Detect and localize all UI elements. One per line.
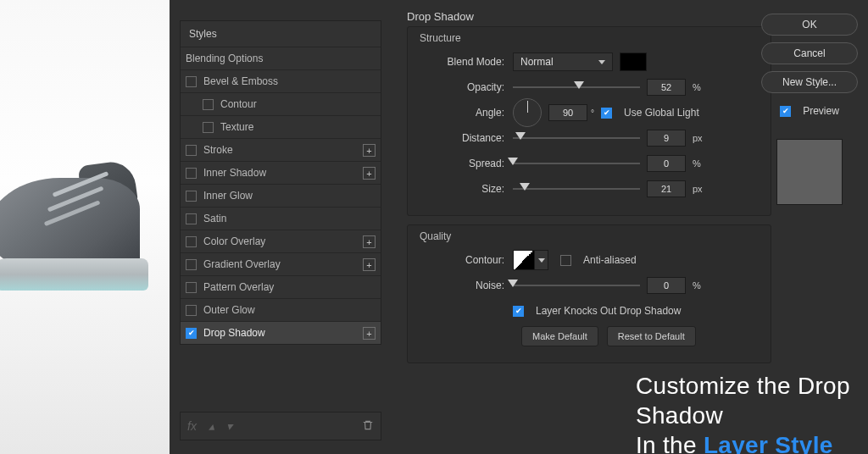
spread-input[interactable]: 0 <box>647 155 686 172</box>
arrow-up-icon[interactable]: ▴ <box>209 419 214 433</box>
add-gradient-overlay-icon[interactable]: + <box>363 258 376 271</box>
noise-label: Noise: <box>420 280 504 291</box>
quality-group: Quality Contour: Anti-aliased Noise: 0 %… <box>407 224 771 363</box>
noise-input[interactable]: 0 <box>647 277 686 294</box>
add-inner-shadow-icon[interactable]: + <box>363 167 376 180</box>
styles-footer: fx ▴ ▾ <box>180 412 381 440</box>
style-blending-options[interactable]: Blending Options <box>181 47 381 69</box>
style-satin[interactable]: Satin <box>181 207 381 230</box>
style-gradient-overlay[interactable]: Gradient Overlay+ <box>181 252 381 275</box>
add-stroke-icon[interactable]: + <box>363 144 376 157</box>
annotation-caption: Customize the Drop Shadow In the Layer S… <box>636 371 868 454</box>
preview-thumbnail <box>776 139 843 205</box>
distance-label: Distance: <box>420 132 504 144</box>
spread-slider[interactable] <box>513 154 640 173</box>
add-drop-shadow-icon[interactable]: + <box>363 327 376 340</box>
styles-header: Styles <box>181 21 381 47</box>
anti-aliased-checkbox[interactable] <box>560 255 571 266</box>
styles-list-panel: Styles Blending Options Bevel & Emboss C… <box>180 20 381 345</box>
size-label: Size: <box>420 183 504 195</box>
new-style-button[interactable]: New Style... <box>761 71 858 93</box>
angle-input[interactable]: 90 <box>548 104 587 121</box>
style-bevel-emboss[interactable]: Bevel & Emboss <box>181 69 381 92</box>
knockout-checkbox[interactable] <box>513 306 524 317</box>
preview-label: Preview <box>803 105 839 117</box>
knockout-label: Layer Knocks Out Drop Shadow <box>536 305 681 317</box>
size-slider[interactable] <box>513 180 640 198</box>
reset-default-button[interactable]: Reset to Default <box>607 326 696 346</box>
contour-thumbnail[interactable] <box>513 250 535 270</box>
style-drop-shadow[interactable]: Drop Shadow+ <box>181 321 381 344</box>
style-outer-glow[interactable]: Outer Glow <box>181 298 381 321</box>
structure-group: Structure Blend Mode: Normal Opacity: 52… <box>407 26 771 216</box>
canvas-area <box>0 0 170 454</box>
structure-legend: Structure <box>420 32 759 44</box>
arrow-down-icon[interactable]: ▾ <box>226 419 232 433</box>
opacity-slider[interactable] <box>513 78 640 97</box>
opacity-label: Opacity: <box>420 81 504 93</box>
noise-slider[interactable] <box>513 276 640 295</box>
spread-label: Spread: <box>420 158 504 169</box>
opacity-input[interactable]: 52 <box>647 79 686 96</box>
shoe-image <box>0 152 161 322</box>
dialog-buttons: OK Cancel New Style... Preview <box>761 14 858 205</box>
angle-dial[interactable] <box>513 98 542 127</box>
make-default-button[interactable]: Make Default <box>521 326 598 346</box>
contour-label: Contour: <box>420 254 504 266</box>
shadow-color-swatch[interactable] <box>620 53 647 71</box>
style-stroke[interactable]: Stroke+ <box>181 138 381 161</box>
ok-button[interactable]: OK <box>761 14 858 36</box>
angle-label: Angle: <box>420 107 504 119</box>
style-pattern-overlay[interactable]: Pattern Overlay <box>181 275 381 298</box>
cancel-button[interactable]: Cancel <box>761 42 858 64</box>
fx-icon[interactable]: fx <box>187 419 197 433</box>
use-global-light-checkbox[interactable] <box>601 108 612 119</box>
blend-mode-dropdown[interactable]: Normal <box>513 53 613 71</box>
style-contour[interactable]: Contour <box>181 92 381 115</box>
trash-icon[interactable] <box>362 419 374 434</box>
style-inner-glow[interactable]: Inner Glow <box>181 184 381 207</box>
use-global-light-label: Use Global Light <box>624 107 699 119</box>
quality-legend: Quality <box>420 230 759 242</box>
style-texture[interactable]: Texture <box>181 115 381 138</box>
contour-dropdown-icon[interactable] <box>535 250 548 270</box>
distance-input[interactable]: 9 <box>647 130 686 147</box>
preview-checkbox[interactable] <box>780 106 791 117</box>
style-color-overlay[interactable]: Color Overlay+ <box>181 230 381 252</box>
distance-slider[interactable] <box>513 129 640 147</box>
params-panel: Drop Shadow Structure Blend Mode: Normal… <box>407 10 771 372</box>
size-input[interactable]: 21 <box>647 180 686 197</box>
blend-mode-label: Blend Mode: <box>420 56 504 68</box>
anti-aliased-label: Anti-aliased <box>583 254 637 266</box>
add-color-overlay-icon[interactable]: + <box>363 235 376 248</box>
panel-title: Drop Shadow <box>407 10 771 23</box>
layer-style-dialog: Styles Blending Options Bevel & Emboss C… <box>170 0 868 454</box>
style-inner-shadow[interactable]: Inner Shadow+ <box>181 161 381 184</box>
